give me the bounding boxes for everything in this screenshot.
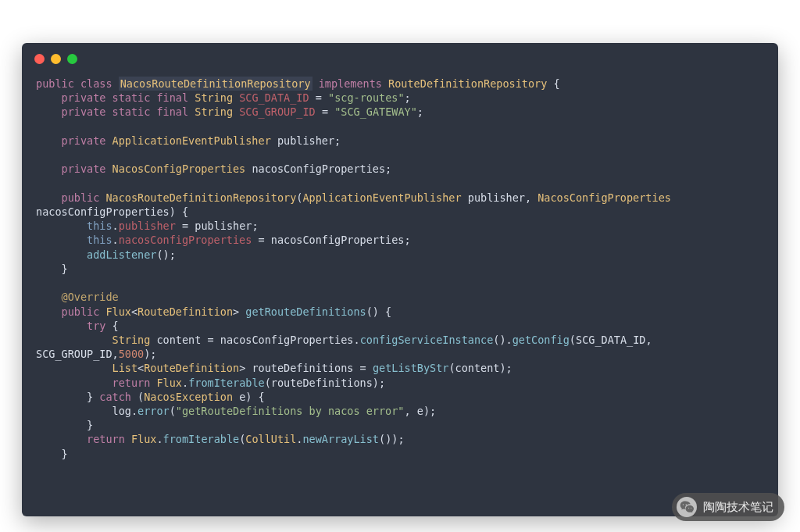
const-name: SCG_GROUP_ID [239, 105, 316, 118]
field-name: publisher [277, 134, 334, 147]
keyword: class [80, 77, 112, 90]
minimize-icon[interactable] [51, 54, 61, 64]
code-window: public class NacosRouteDefinitionReposit… [22, 43, 778, 516]
method-call: addListener [87, 248, 156, 261]
wechat-label: 陶陶技术笔记 [703, 500, 773, 515]
window-controls [22, 43, 778, 70]
wechat-icon [677, 497, 697, 517]
string-literal: "SCG_GATEWAY" [334, 105, 417, 118]
type-name: ApplicationEventPublisher [112, 134, 271, 147]
maximize-icon[interactable] [67, 54, 77, 64]
annotation: @Override [62, 291, 119, 303]
keyword: implements [319, 77, 382, 90]
keyword: public [36, 77, 74, 90]
string-literal: "getRouteDefinitions by nacos error" [176, 405, 405, 417]
wechat-badge: 陶陶技术笔记 [672, 493, 784, 521]
method-name: getRouteDefinitions [245, 305, 366, 318]
string-literal: "scg-routes" [328, 91, 405, 104]
const-name: SCG_DATA_ID [239, 91, 309, 104]
constructor-name: NacosRouteDefinitionRepository [105, 191, 296, 204]
number-literal: 5000 [119, 348, 145, 360]
class-name: NacosRouteDefinitionRepository [119, 77, 312, 91]
field-name: nacosConfigProperties [252, 162, 385, 175]
exception-type: NacosException [144, 391, 233, 403]
close-icon[interactable] [34, 54, 45, 64]
code-content: public class NacosRouteDefinitionReposit… [22, 70, 778, 475]
type-name: NacosConfigProperties [112, 162, 246, 175]
interface-name: RouteDefinitionRepository [388, 77, 547, 90]
